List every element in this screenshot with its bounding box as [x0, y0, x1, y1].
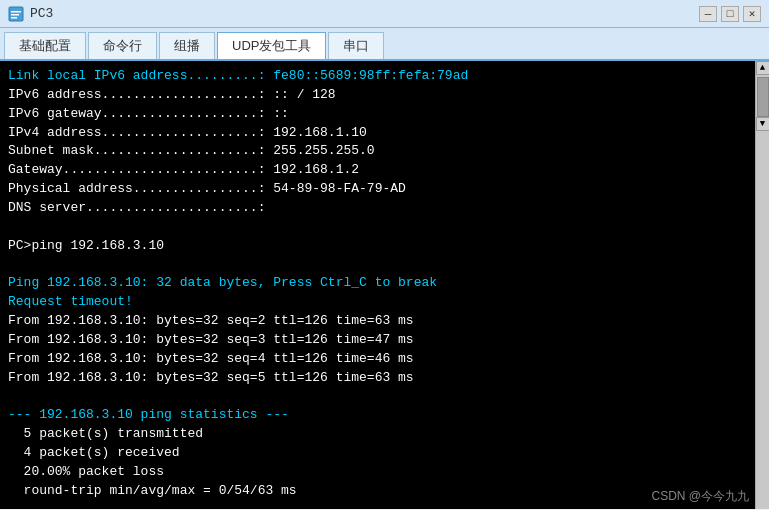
terminal-line: IPv6 address....................: :: / 1… [8, 87, 336, 102]
terminal-line: From 192.168.3.10: bytes=32 seq=5 ttl=12… [8, 370, 414, 385]
terminal-line: Link local IPv6 address.........: fe80::… [8, 68, 468, 83]
tab-bar: 基础配置命令行组播UDP发包工具串口 [0, 28, 769, 61]
terminal-line: Subnet mask.....................: 255.25… [8, 143, 375, 158]
terminal-line: Ping 192.168.3.10: 32 data bytes, Press … [8, 275, 437, 290]
title-bar-controls: — □ ✕ [699, 6, 761, 22]
terminal-line: IPv4 address....................: 192.16… [8, 125, 367, 140]
terminal-line: 20.00% packet loss [8, 464, 164, 479]
terminal-line: --- 192.168.3.10 ping statistics --- [8, 407, 289, 422]
terminal-line: From 192.168.3.10: bytes=32 seq=3 ttl=12… [8, 332, 414, 347]
terminal-line: 4 packet(s) received [8, 445, 180, 460]
tab-serial[interactable]: 串口 [328, 32, 384, 59]
minimize-button[interactable]: — [699, 6, 717, 22]
window-title: PC3 [30, 6, 53, 21]
title-bar-left: PC3 [8, 6, 53, 22]
svg-rect-3 [11, 17, 17, 19]
terminal-line: Gateway.........................: 192.16… [8, 162, 359, 177]
svg-rect-2 [11, 14, 19, 16]
terminal-line: Request timeout! [8, 294, 133, 309]
watermark: CSDN @今今九九 [651, 488, 749, 505]
terminal-line: PC>ping 192.168.3.10 [8, 238, 164, 253]
svg-rect-1 [11, 11, 21, 13]
terminal-line: IPv6 gateway....................: :: [8, 106, 289, 121]
scroll-thumb[interactable] [757, 77, 769, 117]
terminal-line: DNS server......................: [8, 200, 273, 215]
terminal-line: Physical address................: 54-89-… [8, 181, 406, 196]
terminal-output[interactable]: Link local IPv6 address.........: fe80::… [0, 61, 755, 509]
title-bar: PC3 — □ ✕ [0, 0, 769, 28]
tab-group[interactable]: 组播 [159, 32, 215, 59]
scroll-up-button[interactable]: ▲ [756, 61, 770, 75]
terminal-line: round-trip min/avg/max = 0/54/63 ms [8, 483, 297, 498]
terminal-line: From 192.168.3.10: bytes=32 seq=4 ttl=12… [8, 351, 414, 366]
app-icon [8, 6, 24, 22]
maximize-button[interactable]: □ [721, 6, 739, 22]
terminal-line: 5 packet(s) transmitted [8, 426, 203, 441]
tab-udp[interactable]: UDP发包工具 [217, 32, 326, 59]
scroll-down-button[interactable]: ▼ [756, 117, 770, 131]
terminal-container: Link local IPv6 address.........: fe80::… [0, 61, 769, 509]
terminal-line: From 192.168.3.10: bytes=32 seq=2 ttl=12… [8, 313, 414, 328]
tab-basic[interactable]: 基础配置 [4, 32, 86, 59]
tab-cmd[interactable]: 命令行 [88, 32, 157, 59]
scrollbar[interactable]: ▲ ▼ [755, 61, 769, 509]
close-button[interactable]: ✕ [743, 6, 761, 22]
